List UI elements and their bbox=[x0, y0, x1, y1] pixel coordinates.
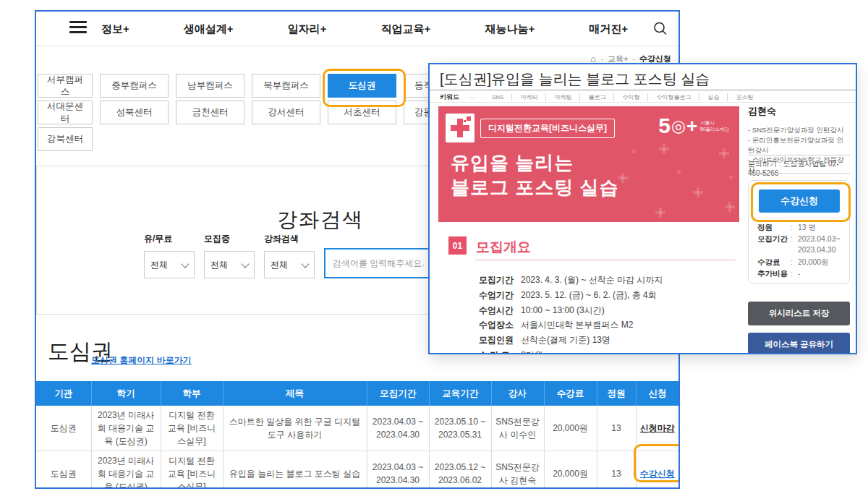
cell-institution: 도심권 bbox=[36, 406, 91, 451]
col-header-institution: 기관 bbox=[36, 381, 91, 406]
overview-row: 모집기간2023. 4. 3. (월) ~ 선착순 마감 시까지 bbox=[479, 276, 739, 286]
nav-item-vocational-education[interactable]: 직업교육+ bbox=[381, 22, 431, 36]
nav-item-info[interactable]: 정보+ bbox=[101, 22, 129, 36]
divider bbox=[748, 155, 850, 155]
plus-pattern-icon bbox=[725, 202, 735, 212]
campus-button-nambu[interactable]: 남부캠퍼스 bbox=[176, 74, 244, 98]
table-header-row: 기관 학기 학부 제목 모집기간 교육기간 강사 수강료 정원 신청 bbox=[36, 381, 678, 406]
keyword-tag[interactable]: 수익형블로그 bbox=[648, 93, 699, 101]
filter-label: 유/무료 bbox=[144, 233, 195, 245]
campus-filter-group: 서부캠퍼스 중부캠퍼스 남부캠퍼스 북부캠퍼스 도심권 동작 서대문센터 성북센… bbox=[38, 74, 472, 154]
campus-button-seongbuk[interactable]: 성북센터 bbox=[100, 101, 169, 124]
campus-button-seobu[interactable]: 서부캠퍼스 bbox=[38, 74, 93, 98]
chevron-down-icon bbox=[181, 260, 189, 268]
keyword-bar: 키워드 — SNS 마케터 마케팅 블로그 수익형 수익형블로그 실습 포스팅 bbox=[440, 93, 848, 102]
top-navigation: 정보+ 생애설계+ 일자리+ 직업교육+ 재능나눔+ 매거진+ bbox=[36, 12, 678, 46]
region-homepage-link[interactable]: 도심권 홈페이지 바로가기 bbox=[91, 354, 192, 367]
plus-pattern-icon bbox=[719, 148, 729, 158]
campus-button-geumcheon[interactable]: 금천센터 bbox=[176, 101, 244, 124]
col-header-title: 제목 bbox=[223, 381, 367, 406]
section-number-badge: 01 bbox=[448, 236, 467, 255]
course-search-title: 강좌검색 bbox=[277, 206, 364, 234]
hamburger-menu-icon[interactable] bbox=[69, 21, 87, 34]
col-header-apply: 신청 bbox=[636, 381, 678, 406]
overview-row: 수업시간10:00 ~ 13:00 (3시간) bbox=[479, 306, 739, 316]
campus-button-gangbuk[interactable]: 강북센터 bbox=[38, 127, 93, 151]
apply-detail-list: 정원:13 명 모집기간:2023.04.03~ 2023.04.30 수강료:… bbox=[757, 222, 844, 280]
campus-button-bukbu[interactable]: 북부캠퍼스 bbox=[252, 74, 320, 98]
overview-row: 수 강 료2만원 bbox=[479, 351, 739, 354]
plus-pattern-icon bbox=[693, 187, 703, 197]
course-banner: 디지털전환교육[비즈니스실무] 5 ◎ + 서울시 50플러스재단 유입을 늘리… bbox=[438, 106, 739, 222]
nav-item-life-design[interactable]: 생애설계+ bbox=[184, 22, 234, 36]
keyword-tag[interactable]: 수익형 bbox=[614, 93, 648, 101]
apply-detail-row: 추가비용:- bbox=[757, 268, 844, 279]
keyword-label: 키워드 bbox=[440, 93, 459, 102]
cell-recruit-period: 2023.04.03 ~2023.04.30 bbox=[367, 406, 429, 451]
plus-pattern-icon bbox=[618, 173, 628, 183]
col-header-instructor: 강사 bbox=[491, 381, 544, 406]
overview-row: 수업장소서울시민대학 본부캠퍼스 M2 bbox=[479, 320, 739, 330]
chevron-down-icon bbox=[301, 260, 309, 268]
nav-item-jobs[interactable]: 일자리+ bbox=[288, 22, 327, 36]
course-search-filters: 유/무료 전체 모집중 전체 강좌검색 전체 bbox=[144, 233, 447, 278]
keyword-tag[interactable]: 블로그 bbox=[580, 93, 614, 101]
course-search-select[interactable]: 전체 bbox=[264, 251, 315, 278]
overview-row: 수업기간2023. 5. 12. (금) ~ 6. 2. (금), 총 4회 bbox=[479, 291, 739, 301]
chevron-down-icon bbox=[241, 260, 249, 268]
campus-button-seodaemun[interactable]: 서대문센터 bbox=[38, 101, 93, 124]
dot-pattern-icon bbox=[729, 176, 733, 179]
breadcrumb-separator: · bbox=[600, 55, 603, 64]
col-header-fee: 수강료 bbox=[544, 381, 597, 406]
select-value: 전체 bbox=[210, 259, 228, 271]
cell-recruit-period: 2023.04.03 ~2023.04.30 bbox=[367, 451, 429, 490]
wishlist-save-button[interactable]: 위시리스트 저장 bbox=[748, 302, 850, 325]
keyword-tag[interactable]: 마케터 bbox=[512, 93, 546, 101]
table-row: 도심권 2023년 미래사회 대응기술 교육 (도심권) 디지털 전환 교육 [… bbox=[36, 451, 678, 490]
keyword-tag[interactable]: 마케팅 bbox=[546, 93, 580, 101]
filter-paid-free: 유/무료 전체 bbox=[144, 233, 195, 278]
cell-course-title: 스마트한 일상을 위한 구글 디지털 도구 사용하기 bbox=[223, 406, 367, 451]
recruiting-select[interactable]: 전체 bbox=[204, 251, 255, 278]
keyword-tag[interactable]: SNS bbox=[484, 94, 512, 101]
search-icon[interactable] bbox=[652, 21, 668, 37]
nav-item-talent-sharing[interactable]: 재능나눔+ bbox=[485, 22, 535, 36]
filter-label: 모집중 bbox=[204, 233, 255, 245]
cell-department: 디지털 전환 교육 [비즈니스실무] bbox=[161, 406, 223, 451]
cell-semester: 2023년 미래사회 대응기술 교육 (도심권) bbox=[91, 451, 161, 490]
select-value: 전체 bbox=[150, 259, 168, 271]
overview-detail-list: 모집기간2023. 4. 3. (월) ~ 선착순 마감 시까지 수업기간202… bbox=[479, 276, 739, 354]
instructor-credential: - SNS전문가양성과정 인턴강사 bbox=[748, 125, 850, 135]
col-header-semester: 학기 bbox=[91, 381, 161, 406]
logo-5: 5 bbox=[658, 115, 671, 137]
nav-item-magazine[interactable]: 매거진+ bbox=[589, 22, 628, 36]
overview-underline bbox=[475, 260, 736, 260]
facebook-share-button[interactable]: 페이스북 공유하기 bbox=[748, 333, 850, 354]
seoul50plus-logo: 5 ◎ + 서울시 50플러스재단 bbox=[658, 115, 729, 137]
keyword-tag[interactable]: 실습 bbox=[699, 93, 728, 101]
keyword-dash: — bbox=[469, 94, 475, 101]
apply-detail-row: 수강료:20,000원 bbox=[757, 257, 844, 268]
apply-button[interactable]: 수강신청 bbox=[759, 189, 840, 213]
cell-instructor: SNS전문강사 김현숙 bbox=[491, 451, 544, 490]
campus-button-seocho[interactable]: 서초센터 bbox=[328, 101, 396, 124]
cell-course-title: 유입을 늘리는 블로그 포스팅 실습 bbox=[223, 451, 367, 490]
apply-closed-label: 신청마감 bbox=[640, 423, 675, 433]
popup-course-title: [도심권]유입을 늘리는 블로그 포스팅 실습 bbox=[440, 69, 710, 89]
cell-education-period: 2023.05.10 ~2023.05.31 bbox=[429, 406, 491, 451]
logo-target-icon: ◎ bbox=[671, 118, 686, 135]
paid-free-select[interactable]: 전체 bbox=[144, 251, 195, 278]
cell-fee: 20,000원 bbox=[544, 406, 597, 451]
campus-button-jungbu[interactable]: 중부캠퍼스 bbox=[100, 74, 169, 98]
campus-button-gangseo[interactable]: 강서센터 bbox=[252, 101, 320, 124]
table-apply-link[interactable]: 수강신청 bbox=[640, 469, 675, 479]
screenshot-stage: 정보+ 생애설계+ 일자리+ 직업교육+ 재능나눔+ 매거진+ ⌂ · 교육+ … bbox=[0, 0, 868, 499]
apply-card: 수강신청 정원:13 명 모집기간:2023.04.03~ 2023.04.30… bbox=[748, 180, 850, 284]
nav-menu: 정보+ 생애설계+ 일자리+ 직업교육+ 재능나눔+ 매거진+ bbox=[101, 12, 628, 46]
keyword-tag[interactable]: 포스팅 bbox=[728, 93, 761, 101]
course-table: 기관 학기 학부 제목 모집기간 교육기간 강사 수강료 정원 신청 도심권 2… bbox=[36, 381, 678, 489]
plus-logo-icon bbox=[446, 114, 475, 142]
filter-label: 강좌검색 bbox=[264, 233, 315, 245]
campus-button-dosimgwon-selected[interactable]: 도심권 bbox=[328, 74, 396, 98]
overview-row: 모집인원선착순(결제 기준) 13명 bbox=[479, 336, 739, 346]
